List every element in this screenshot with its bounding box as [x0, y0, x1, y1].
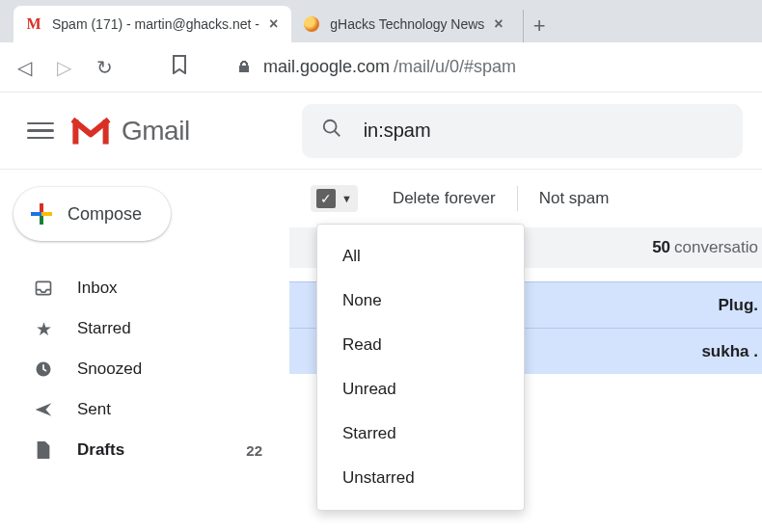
send-icon — [33, 400, 54, 419]
conversation-suffix: conversatio — [674, 238, 758, 257]
forward-icon[interactable]: ▷ — [57, 56, 71, 79]
browser-tabstrip: M Spam (171) - martin@ghacks.net - × gHa… — [0, 0, 762, 42]
not-spam-button[interactable]: Not spam — [518, 184, 631, 213]
nav-button-group: ◁ ▷ ↻ — [17, 56, 113, 79]
sidebar-item-label: Drafts — [77, 440, 223, 460]
reload-icon[interactable]: ↻ — [96, 56, 113, 79]
svg-rect-0 — [72, 120, 78, 144]
sidebar-item-label: Snoozed — [77, 359, 262, 379]
workspace: Compose Inbox ★ Starred Snoozed Sent Dra… — [0, 170, 762, 532]
message-snippet: sukha . — [701, 342, 758, 361]
checkbox-checked-icon[interactable]: ✓ — [316, 189, 336, 208]
compose-label: Compose — [68, 204, 142, 225]
delete-forever-button[interactable]: Delete forever — [371, 184, 517, 213]
select-dropdown-menu: All None Read Unread Starred Unstarred — [316, 224, 525, 511]
sidebar-item-count: 22 — [246, 442, 262, 459]
browser-tab-active[interactable]: M Spam (171) - martin@ghacks.net - × — [14, 6, 291, 42]
plus-icon — [31, 203, 52, 225]
bookmark-icon[interactable] — [171, 55, 188, 79]
lock-icon: 🔒︎ — [236, 59, 252, 76]
svg-point-2 — [323, 120, 336, 133]
select-option-unstarred[interactable]: Unstarred — [317, 456, 524, 500]
search-bar[interactable]: in:spam — [302, 104, 743, 158]
select-option-all[interactable]: All — [317, 234, 524, 279]
tab-title: gHacks Technology News — [330, 16, 484, 32]
sidebar-item-drafts[interactable]: Drafts 22 — [17, 430, 289, 470]
gmail-wordmark: Gmail — [122, 116, 190, 146]
inbox-icon — [33, 279, 54, 298]
ghacks-favicon — [303, 15, 320, 33]
sidebar: Compose Inbox ★ Starred Snoozed Sent Dra… — [0, 170, 289, 532]
address-bar[interactable]: 🔒︎ mail.google.com/mail/u/0/#spam — [236, 57, 745, 77]
gmail-logo-icon — [69, 115, 112, 147]
select-option-starred[interactable]: Starred — [317, 412, 524, 456]
tab-title: Spam (171) - martin@ghacks.net - — [52, 16, 259, 32]
sidebar-item-starred[interactable]: ★ Starred — [17, 308, 289, 349]
sidebar-item-sent[interactable]: Sent — [17, 389, 289, 430]
svg-line-3 — [334, 131, 340, 137]
select-all-dropdown[interactable]: ✓ ▼ — [311, 185, 358, 212]
search-icon[interactable] — [321, 118, 342, 144]
gmail-logo[interactable]: Gmail — [69, 115, 190, 147]
url-host: mail.google.com — [263, 57, 390, 77]
sidebar-item-label: Inbox — [77, 279, 262, 298]
sidebar-nav: Inbox ★ Starred Snoozed Sent Drafts 22 — [17, 268, 289, 470]
sidebar-item-label: Starred — [77, 319, 262, 338]
select-option-read[interactable]: Read — [317, 323, 524, 367]
message-snippet: Plug. — [718, 296, 758, 315]
menu-icon[interactable] — [27, 122, 54, 140]
new-tab-button[interactable]: + — [523, 10, 556, 42]
clock-icon — [33, 359, 54, 379]
browser-tab[interactable]: gHacks Technology News × — [291, 6, 516, 42]
compose-button[interactable]: Compose — [14, 187, 171, 241]
tab-close-icon[interactable]: × — [269, 15, 278, 33]
select-option-unread[interactable]: Unread — [317, 367, 524, 412]
main-pane: ✓ ▼ Delete forever Not spam 50 conversat… — [289, 170, 762, 532]
gmail-favicon: M — [25, 15, 42, 33]
conversation-count: 50 — [652, 238, 670, 257]
caret-down-icon[interactable]: ▼ — [341, 193, 352, 204]
select-option-none[interactable]: None — [317, 279, 524, 323]
file-icon — [33, 440, 54, 460]
gmail-header: Gmail in:spam — [0, 93, 762, 170]
star-icon: ★ — [33, 318, 54, 340]
url-path: /mail/u/0/#spam — [394, 57, 516, 77]
browser-toolbar: ◁ ▷ ↻ 🔒︎ mail.google.com/mail/u/0/#spam — [0, 42, 762, 93]
back-icon[interactable]: ◁ — [17, 56, 32, 79]
action-bar: ✓ ▼ Delete forever Not spam — [289, 170, 762, 227]
sidebar-item-inbox[interactable]: Inbox — [17, 268, 289, 308]
search-input[interactable]: in:spam — [364, 120, 431, 142]
svg-rect-1 — [103, 120, 109, 144]
tab-close-icon[interactable]: × — [494, 15, 503, 33]
sidebar-item-snoozed[interactable]: Snoozed — [17, 349, 289, 389]
sidebar-item-label: Sent — [77, 400, 262, 419]
